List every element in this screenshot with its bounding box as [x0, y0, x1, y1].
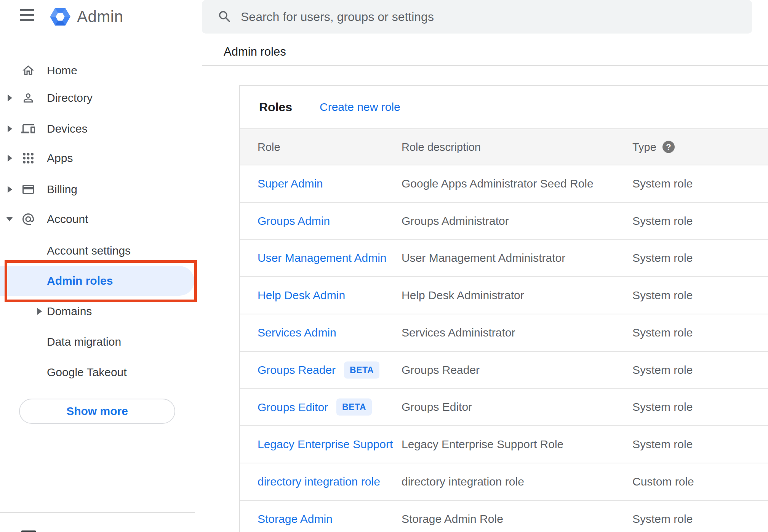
search-bar[interactable]: Search for users, groups or settings	[202, 0, 752, 34]
column-header-description: Role description	[402, 141, 481, 153]
sidebar-item-label: Data migration	[47, 335, 121, 348]
column-header-role: Role	[258, 141, 280, 153]
sidebar-item-label: Billing	[47, 183, 77, 196]
role-link[interactable]: Help Desk Admin	[258, 289, 345, 302]
column-header-type: Type	[632, 141, 656, 153]
role-description: User Management Administrator	[402, 252, 565, 264]
sidebar-item-account[interactable]: Account	[0, 204, 194, 234]
table-row: Groups Reader BETA Groups Reader System …	[240, 352, 768, 389]
role-link[interactable]: directory integration role	[258, 475, 380, 488]
role-description: Services Administrator	[402, 326, 515, 339]
google-admin-logo-icon	[48, 5, 72, 29]
role-type: System role	[632, 401, 693, 413]
sidebar-item-home[interactable]: Home	[0, 55, 194, 86]
sidebar-item-label: Google Takeout	[47, 366, 127, 379]
roles-title: Roles	[259, 100, 292, 114]
at-sign-icon	[21, 212, 35, 226]
sidebar-item-label: Domains	[47, 305, 92, 318]
expand-right-icon[interactable]	[8, 155, 12, 162]
role-type: System role	[632, 252, 693, 264]
credit-card-icon	[21, 183, 35, 196]
breadcrumb: Admin roles	[224, 45, 286, 59]
help-icon[interactable]: ?	[662, 141, 675, 153]
home-icon	[21, 64, 35, 77]
sidebar-item-directory[interactable]: Directory	[0, 83, 194, 113]
role-description: Groups Administrator	[402, 215, 509, 228]
role-type: System role	[632, 215, 693, 228]
roles-table-header: Role Role description Type ?	[240, 128, 768, 165]
table-row: Super Admin Google Apps Administrator Se…	[240, 165, 768, 203]
sidebar-item-google-takeout[interactable]: Google Takeout	[0, 357, 194, 388]
expand-down-icon[interactable]	[6, 217, 13, 221]
sidebar-item-label: Directory	[47, 91, 93, 104]
sidebar-item-account-settings[interactable]: Account settings	[0, 236, 194, 266]
sidebar-item-label: Account	[47, 213, 88, 226]
role-type: System role	[632, 438, 693, 451]
sidebar-item-label: Apps	[47, 152, 73, 165]
cut-off-icon	[21, 530, 36, 532]
roles-card: Roles Create new role Role Role descript…	[239, 85, 768, 532]
expand-right-icon[interactable]	[8, 95, 12, 101]
create-new-role-link[interactable]: Create new role	[320, 101, 400, 114]
role-type: System role	[632, 513, 693, 526]
apps-grid-icon	[21, 151, 35, 165]
table-row: Help Desk Admin Help Desk Administrator …	[240, 277, 768, 314]
sidebar-item-label: Account settings	[47, 244, 131, 257]
role-type: System role	[632, 326, 693, 339]
expand-right-icon[interactable]	[37, 308, 42, 315]
sidebar-item-apps[interactable]: Apps	[0, 143, 194, 173]
role-description: Google Apps Administrator Seed Role	[402, 177, 594, 190]
role-type: Custom role	[632, 475, 694, 488]
search-placeholder: Search for users, groups or settings	[241, 10, 434, 24]
role-link[interactable]: User Management Admin	[258, 252, 387, 264]
table-row: Services Admin Services Administrator Sy…	[240, 314, 768, 352]
table-row: Groups Editor BETA Groups Editor System …	[240, 389, 768, 426]
role-type: System role	[632, 289, 693, 302]
show-more-label: Show more	[66, 405, 128, 418]
beta-badge: BETA	[344, 361, 379, 378]
sidebar-item-data-migration[interactable]: Data migration	[0, 327, 194, 357]
sidebar-item-billing[interactable]: Billing	[0, 174, 194, 205]
table-row: directory integration role directory int…	[240, 463, 768, 501]
role-link[interactable]: Super Admin	[258, 177, 323, 190]
role-type: System role	[632, 364, 693, 377]
roles-card-titlebar: Roles Create new role	[240, 86, 768, 128]
admin-console-screen: Admin Search for users, groups or settin…	[0, 0, 768, 532]
role-link[interactable]: Storage Admin	[258, 513, 333, 526]
table-row: Legacy Enterprise Support Legacy Enterpr…	[240, 426, 768, 463]
sidebar-item-admin-roles-selected[interactable]: Admin roles	[0, 266, 194, 296]
sidebar-item-devices[interactable]: Devices	[0, 114, 194, 144]
role-link[interactable]: Groups Admin	[258, 215, 330, 228]
menu-hamburger-icon[interactable]	[20, 9, 34, 22]
table-row: Storage Admin Storage Admin Role System …	[240, 501, 768, 532]
person-icon	[21, 91, 35, 105]
devices-icon	[21, 122, 35, 136]
role-description: Groups Editor	[402, 401, 472, 413]
search-icon	[217, 9, 232, 24]
role-link[interactable]: Legacy Enterprise Support	[258, 438, 393, 451]
role-link[interactable]: Groups Editor	[258, 401, 328, 413]
role-link[interactable]: Groups Reader	[258, 364, 336, 377]
role-link[interactable]: Services Admin	[258, 326, 336, 339]
role-description: Legacy Enterprise Support Role	[402, 438, 563, 451]
table-row: User Management Admin User Management Ad…	[240, 240, 768, 277]
sidebar-item-domains[interactable]: Domains	[0, 296, 194, 327]
role-description: Help Desk Administrator	[402, 289, 524, 302]
sidebar-item-label: Home	[47, 64, 77, 77]
role-description: Groups Reader	[402, 364, 480, 377]
show-more-button[interactable]: Show more	[19, 399, 175, 424]
sidebar-bottom-divider	[0, 512, 195, 513]
role-type: System role	[632, 177, 693, 190]
table-row: Groups Admin Groups Administrator System…	[240, 203, 768, 240]
expand-right-icon[interactable]	[8, 186, 12, 193]
sidebar-item-label: Devices	[47, 122, 88, 135]
expand-right-icon[interactable]	[8, 125, 12, 132]
content-top-divider	[202, 65, 768, 66]
role-description: Storage Admin Role	[402, 513, 503, 526]
roles-table-body: Super Admin Google Apps Administrator Se…	[240, 165, 768, 532]
role-description: directory integration role	[402, 475, 524, 488]
beta-badge: BETA	[336, 399, 372, 416]
sidebar-item-label: Admin roles	[47, 274, 113, 287]
app-title: Admin	[77, 8, 123, 26]
